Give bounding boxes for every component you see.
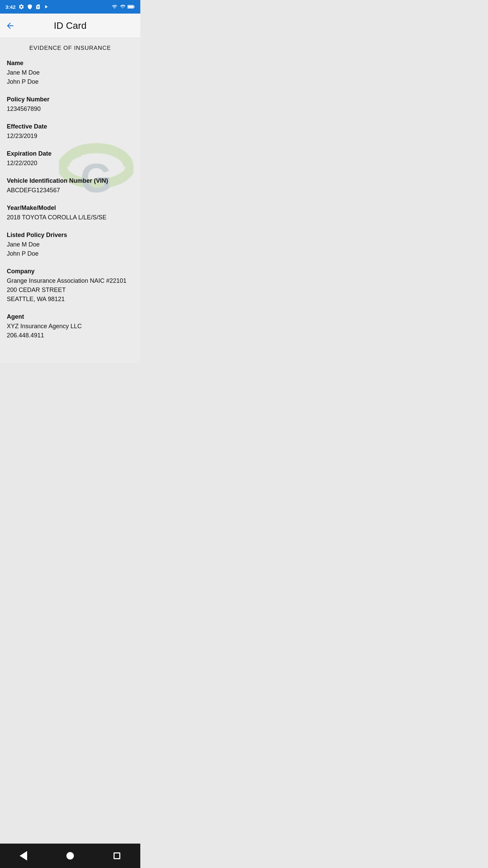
field-value-policy-number: 1234567890 (7, 104, 134, 114)
status-bar-left: 3:42 (5, 4, 49, 10)
field-listed-drivers: Listed Policy Drivers Jane M Doe John P … (7, 232, 134, 258)
wifi-icon (111, 4, 118, 9)
settings-icon (18, 4, 24, 10)
svg-rect-2 (128, 6, 133, 8)
home-nav-icon (66, 852, 74, 860)
nav-back-button[interactable] (15, 848, 32, 864)
sim-icon (35, 4, 41, 10)
field-label-policy-number: Policy Number (7, 96, 134, 103)
field-value-agent-phone: 206.448.4911 (7, 331, 134, 340)
field-agent: Agent XYZ Insurance Agency LLC 206.448.4… (7, 313, 134, 340)
field-vin: Vehicle Identification Number (VIN) ABCD… (7, 177, 134, 195)
field-value-company-3: SEATTLE, WA 98121 (7, 295, 134, 304)
nav-recent-button[interactable] (109, 848, 125, 864)
status-bar: 3:42 (0, 0, 140, 14)
time-display: 3:42 (5, 4, 16, 10)
field-name: Name Jane M Doe John P Doe (7, 60, 134, 86)
field-value-driver-1: Jane M Doe (7, 240, 134, 249)
play-icon (43, 4, 49, 10)
recent-nav-icon (114, 852, 120, 859)
field-value-agent-name: XYZ Insurance Agency LLC (7, 322, 134, 331)
field-value-driver-2: John P Doe (7, 249, 134, 258)
field-year-make-model: Year/Make/Model 2018 TOYOTA COROLLA L/LE… (7, 204, 134, 222)
field-value-name-2: John P Doe (7, 77, 134, 86)
svg-rect-1 (134, 6, 135, 7)
nav-home-button[interactable] (62, 848, 78, 864)
app-bar: ID Card (0, 14, 140, 38)
page-title: ID Card (20, 20, 120, 31)
field-value-company-1: Grange Insurance Association NAIC #22101 (7, 276, 134, 285)
field-value-year-make-model: 2018 TOYOTA COROLLA L/LE/S/SE (7, 213, 134, 222)
field-policy-number: Policy Number 1234567890 (7, 96, 134, 114)
field-label-name: Name (7, 60, 134, 67)
field-label-company: Company (7, 268, 134, 275)
content-area: G EVIDENCE OF INSURANCE Name Jane M Doe … (0, 38, 140, 363)
battery-icon (127, 4, 135, 9)
field-effective-date: Effective Date 12/23/2019 (7, 123, 134, 141)
field-value-expiration-date: 12/22/2020 (7, 159, 134, 168)
field-value-vin: ABCDEFG1234567 (7, 186, 134, 195)
signal-icon (120, 4, 125, 9)
field-label-vin: Vehicle Identification Number (VIN) (7, 177, 134, 184)
shield-icon (27, 4, 33, 10)
field-label-expiration-date: Expiration Date (7, 150, 134, 157)
field-label-agent: Agent (7, 313, 134, 320)
field-value-company-2: 200 CEDAR STREET (7, 285, 134, 295)
field-value-name-1: Jane M Doe (7, 68, 134, 77)
field-label-year-make-model: Year/Make/Model (7, 204, 134, 212)
bottom-nav (0, 844, 140, 868)
field-expiration-date: Expiration Date 12/22/2020 (7, 150, 134, 168)
back-nav-icon (20, 851, 27, 861)
status-bar-right (111, 4, 135, 9)
field-label-effective-date: Effective Date (7, 123, 134, 130)
section-title: EVIDENCE OF INSURANCE (7, 45, 134, 52)
field-label-listed-drivers: Listed Policy Drivers (7, 232, 134, 239)
back-button[interactable] (5, 21, 15, 31)
field-value-effective-date: 12/23/2019 (7, 132, 134, 141)
field-company: Company Grange Insurance Association NAI… (7, 268, 134, 304)
